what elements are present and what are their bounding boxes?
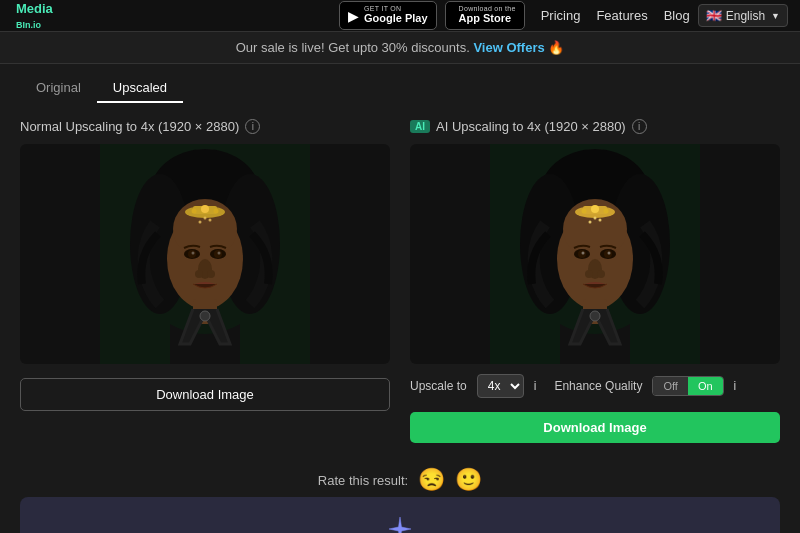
language-label: English xyxy=(726,9,765,23)
app-store-badge[interactable]: Download on the App Store xyxy=(445,1,525,29)
thumbs-down-button[interactable]: 😒 xyxy=(418,467,445,493)
ai-upscale-panel: AI AI Upscaling to 4x (1920 × 2880) i xyxy=(410,119,780,443)
svg-point-12 xyxy=(199,221,202,224)
fire-emoji: 🔥 xyxy=(548,40,564,55)
app-store-small-text: Download on the xyxy=(459,5,516,12)
svg-point-40 xyxy=(594,217,597,220)
download-ai-button[interactable]: Download Image xyxy=(410,412,780,443)
chevron-down-icon: ▼ xyxy=(771,11,780,21)
svg-point-19 xyxy=(192,252,195,255)
nav-features[interactable]: Features xyxy=(596,8,647,23)
svg-point-20 xyxy=(218,252,221,255)
ai-panel-title: AI AI Upscaling to 4x (1920 × 2880) i xyxy=(410,119,780,134)
ai-image-container xyxy=(410,144,780,364)
normal-image-container xyxy=(20,144,390,364)
svg-point-25 xyxy=(200,311,210,321)
toggle-off-button[interactable]: Off xyxy=(653,377,687,395)
sparkle-icon xyxy=(386,515,414,533)
svg-point-39 xyxy=(599,219,602,222)
svg-point-45 xyxy=(582,252,585,255)
top-nav: MediaBIn.io ▶ GET IT ON Google Play Down… xyxy=(0,0,800,32)
svg-point-9 xyxy=(201,205,209,213)
ai-badge: AI xyxy=(410,120,430,133)
sale-banner: Our sale is live! Get upto 30% discounts… xyxy=(0,32,800,64)
tab-original[interactable]: Original xyxy=(20,74,97,103)
info-icon-upscale[interactable]: i xyxy=(534,379,537,393)
svg-point-35 xyxy=(591,205,599,213)
svg-point-46 xyxy=(608,252,611,255)
info-icon-enhance[interactable]: i xyxy=(734,379,737,393)
upscale-label: Upscale to xyxy=(410,379,467,393)
google-play-big-text: Google Play xyxy=(364,12,428,25)
main-content: Normal Upscaling to 4x (1920 × 2880) i xyxy=(0,103,800,459)
svg-point-11 xyxy=(214,209,219,214)
svg-point-14 xyxy=(204,217,207,220)
ai-portrait-image xyxy=(410,144,780,364)
tab-upscaled[interactable]: Upscaled xyxy=(97,74,183,103)
svg-point-37 xyxy=(604,209,609,214)
rating-label: Rate this result: xyxy=(318,473,408,488)
nav-blog[interactable]: Blog xyxy=(664,8,690,23)
normal-portrait-image xyxy=(20,144,390,364)
svg-point-48 xyxy=(585,270,593,278)
upscale-select[interactable]: 1x 2x 4x xyxy=(477,374,524,398)
svg-point-10 xyxy=(192,209,197,214)
normal-panel-title: Normal Upscaling to 4x (1920 × 2880) i xyxy=(20,119,390,134)
info-icon-normal[interactable]: i xyxy=(245,119,260,134)
info-icon-ai[interactable]: i xyxy=(632,119,647,134)
svg-point-13 xyxy=(209,219,212,222)
nav-links: Pricing Features Blog xyxy=(541,8,690,23)
normal-upscale-panel: Normal Upscaling to 4x (1920 × 2880) i xyxy=(20,119,390,443)
rating-section: Rate this result: 😒 🙂 xyxy=(0,467,800,493)
download-normal-button[interactable]: Download Image xyxy=(20,378,390,411)
sale-text: Our sale is live! Get upto 30% discounts… xyxy=(236,40,470,55)
svg-point-23 xyxy=(207,270,215,278)
svg-point-38 xyxy=(589,221,592,224)
nav-pricing[interactable]: Pricing xyxy=(541,8,581,23)
enhance-quality-label: Enhance Quality xyxy=(554,379,642,393)
flag-icon: 🇬🇧 xyxy=(706,8,722,23)
app-store-big-text: App Store xyxy=(459,12,516,25)
enhance-toggle-group: Off On xyxy=(652,376,723,396)
ai-panel-controls: Upscale to 1x 2x 4x i Enhance Quality Of… xyxy=(410,374,780,398)
bulk-icon xyxy=(38,515,762,533)
svg-point-49 xyxy=(597,270,605,278)
google-play-icon: ▶ xyxy=(348,8,359,24)
google-play-small-text: GET IT ON xyxy=(364,5,428,12)
view-offers-link[interactable]: View Offers xyxy=(473,40,544,55)
tabs-bar: Original Upscaled xyxy=(0,64,800,103)
language-selector[interactable]: 🇬🇧 English ▼ xyxy=(698,4,788,27)
app-logo: MediaBIn.io xyxy=(12,1,53,31)
svg-point-51 xyxy=(590,311,600,321)
toggle-on-button[interactable]: On xyxy=(688,377,723,395)
svg-point-36 xyxy=(582,209,587,214)
thumbs-up-button[interactable]: 🙂 xyxy=(455,467,482,493)
bulk-cta-section: Want to Upscale Images in bulk? Get Earl… xyxy=(20,497,780,533)
svg-point-22 xyxy=(195,270,203,278)
google-play-badge[interactable]: ▶ GET IT ON Google Play xyxy=(339,1,437,29)
